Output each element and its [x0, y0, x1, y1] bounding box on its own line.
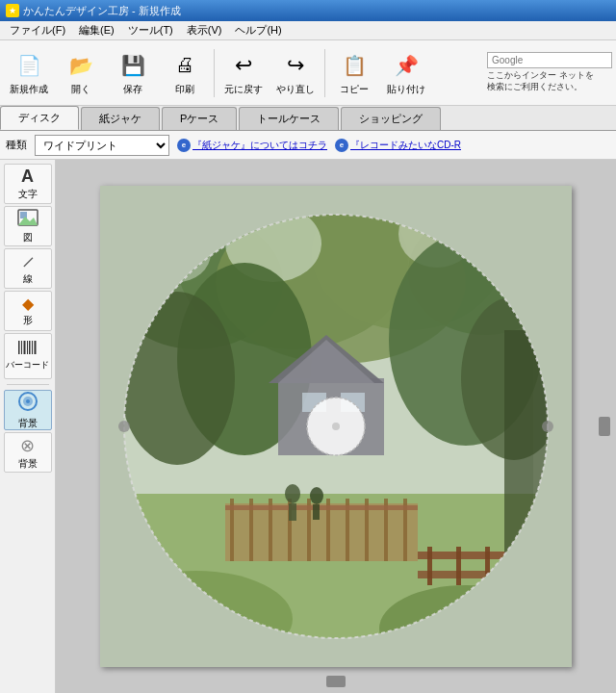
line-tool-button[interactable]: ─ 線 — [4, 248, 52, 289]
svg-rect-47 — [289, 503, 296, 521]
svg-rect-45 — [225, 505, 418, 510]
search-area: ここからインター ネットを検索にご利用ください。 — [487, 52, 612, 92]
svg-point-12 — [26, 399, 30, 403]
bg-clear-button[interactable]: ⊗ 背景 — [4, 432, 52, 473]
copy-button[interactable]: 📋 コピー — [329, 45, 379, 101]
tab-p-case[interactable]: Pケース — [162, 107, 237, 130]
open-icon: 📂 — [65, 50, 96, 81]
separator-1 — [214, 49, 215, 97]
barcode-tool-button[interactable]: バーコード — [4, 333, 52, 379]
save-label: 保存 — [123, 83, 142, 96]
link2-icon: e — [335, 139, 348, 152]
sidebar-divider — [7, 384, 49, 385]
link1-icon: e — [177, 139, 191, 152]
svg-rect-9 — [34, 341, 36, 354]
canvas-container[interactable] — [100, 186, 572, 667]
paste-icon: 📌 — [391, 50, 422, 81]
svg-point-46 — [285, 484, 300, 503]
save-button[interactable]: 💾 保存 — [108, 45, 158, 101]
redo-icon: ↪ — [280, 50, 311, 81]
link2[interactable]: 『レコードみたいなCD-R — [350, 139, 461, 152]
redo-label: やり直し — [276, 83, 315, 96]
open-label: 開く — [71, 83, 90, 96]
undo-button[interactable]: ↩ 元に戻す — [218, 45, 269, 101]
link2-container: e 『レコードみたいなCD-R — [335, 139, 461, 152]
tab-disk[interactable]: ディスク — [0, 106, 79, 130]
scroll-handle-bottom[interactable] — [326, 676, 346, 687]
open-button[interactable]: 📂 開く — [56, 45, 106, 101]
paste-label: 貼り付け — [387, 83, 425, 96]
menu-tools[interactable]: ツール(T) — [122, 22, 179, 38]
image-icon — [17, 209, 38, 230]
svg-rect-52 — [427, 547, 432, 585]
new-icon: 📄 — [13, 50, 44, 81]
svg-rect-7 — [29, 341, 31, 354]
menu-bar: ファイル(F) 編集(E) ツール(T) 表示(V) ヘルプ(H) — [0, 21, 616, 40]
bg-image-button[interactable]: 背景 — [4, 390, 52, 430]
search-input[interactable] — [487, 52, 612, 68]
svg-rect-8 — [32, 341, 33, 354]
svg-rect-3 — [18, 341, 20, 354]
tab-shopping[interactable]: ショッピング — [341, 107, 441, 130]
image-tool-button[interactable]: 図 — [4, 206, 52, 246]
shape-icon: ◆ — [22, 295, 34, 313]
scroll-handle-right[interactable] — [599, 417, 610, 436]
svg-rect-49 — [313, 504, 320, 520]
svg-rect-1 — [20, 212, 27, 218]
search-note: ここからインター ネットを検索にご利用ください。 — [487, 70, 612, 92]
text-icon: A — [21, 167, 34, 187]
copy-icon: 📋 — [339, 50, 370, 81]
text-tool-button[interactable]: A 文字 — [4, 164, 52, 204]
tab-paper-jacket[interactable]: 紙ジャケ — [81, 107, 160, 130]
svg-point-65 — [118, 421, 130, 432]
svg-point-66 — [542, 421, 553, 432]
undo-icon: ↩ — [228, 50, 259, 81]
barcode-icon — [17, 341, 38, 358]
text-label: 文字 — [18, 188, 38, 201]
bg-clear-icon: ⊗ — [20, 435, 35, 456]
print-label: 印刷 — [175, 83, 194, 96]
menu-edit[interactable]: 編集(E) — [73, 22, 120, 38]
barcode-label: バーコード — [6, 359, 49, 372]
line-icon: ─ — [13, 247, 40, 274]
undo-label: 元に戻す — [224, 83, 263, 96]
canvas-area — [56, 160, 616, 693]
image-label: 図 — [23, 231, 33, 244]
bg-image-label: 背景 — [18, 417, 38, 430]
title-bar: ★ かんたんデザイン工房 - 新規作成 — [0, 0, 616, 21]
redo-button[interactable]: ↪ やり直し — [270, 45, 321, 101]
svg-point-64 — [332, 423, 340, 430]
left-sidebar: A 文字 図 ─ 線 ◆ 形 — [0, 160, 56, 693]
save-icon: 💾 — [117, 50, 148, 81]
bg-clear-label: 背景 — [18, 457, 38, 471]
bg-image-icon — [17, 391, 38, 416]
kind-label: 種類 — [6, 138, 27, 152]
menu-view[interactable]: 表示(V) — [181, 22, 228, 38]
toolbar: 📄 新規作成 📂 開く 💾 保存 🖨 印刷 ↩ 元に戻す ↪ やり直し 📋 コピ… — [0, 40, 616, 106]
app-icon: ★ — [6, 4, 19, 17]
shape-label: 形 — [23, 314, 33, 327]
main-area: A 文字 図 ─ 線 ◆ 形 — [0, 160, 616, 693]
separator-2 — [324, 49, 325, 97]
new-label: 新規作成 — [10, 83, 48, 96]
tab-bar: ディスク 紙ジャケ Pケース トールケース ショッピング — [0, 106, 616, 131]
svg-rect-4 — [21, 341, 22, 354]
copy-label: コピー — [340, 83, 369, 96]
tab-tall-case[interactable]: トールケース — [239, 107, 339, 130]
link1-container: e 『紙ジャケ』についてはコチラ — [177, 139, 327, 152]
cd-design — [100, 186, 572, 667]
svg-rect-34 — [225, 503, 418, 561]
new-button[interactable]: 📄 新規作成 — [4, 45, 54, 101]
title-text: かんたんデザイン工房 - 新規作成 — [23, 4, 181, 18]
sub-toolbar: 種類 ワイドプリント スタンダード ミニ e 『紙ジャケ』についてはコチラ e … — [0, 131, 616, 160]
kind-select[interactable]: ワイドプリント スタンダード ミニ — [35, 135, 169, 156]
paste-button[interactable]: 📌 貼り付け — [381, 45, 431, 101]
print-button[interactable]: 🖨 印刷 — [160, 45, 210, 101]
shape-tool-button[interactable]: ◆ 形 — [4, 291, 52, 331]
svg-rect-53 — [456, 547, 461, 585]
menu-file[interactable]: ファイル(F) — [4, 22, 71, 38]
svg-rect-5 — [23, 341, 25, 354]
menu-help[interactable]: ヘルプ(H) — [229, 22, 287, 38]
link1[interactable]: 『紙ジャケ』についてはコチラ — [192, 139, 327, 152]
print-icon: 🖨 — [169, 50, 200, 81]
